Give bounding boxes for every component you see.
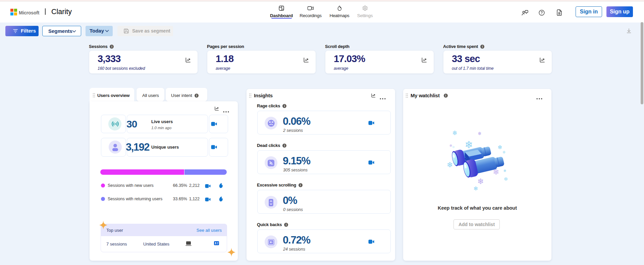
svg-text:❄: ❄ [503, 169, 506, 173]
svg-text:❄: ❄ [465, 139, 473, 150]
svg-text:❄: ❄ [504, 176, 508, 182]
svg-text:❄: ❄ [502, 150, 506, 155]
svg-text:❄: ❄ [477, 177, 484, 186]
svg-text:❄: ❄ [447, 161, 453, 169]
svg-text:❄: ❄ [478, 131, 482, 136]
svg-text:❄: ❄ [493, 167, 499, 176]
svg-text:❄: ❄ [452, 145, 455, 149]
svg-text:❄: ❄ [452, 129, 458, 137]
svg-text:❄: ❄ [473, 186, 478, 192]
svg-text:❄: ❄ [497, 144, 502, 151]
